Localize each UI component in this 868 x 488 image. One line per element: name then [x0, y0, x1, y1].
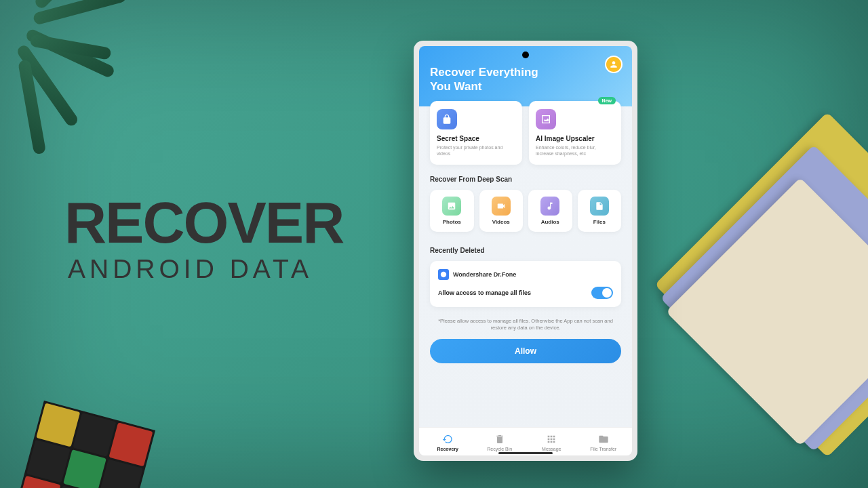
secret-space-card[interactable]: Secret Space Protect your private photos…: [430, 101, 522, 165]
phone-frame: Recover Everything You Want Secret Space…: [414, 41, 637, 461]
plant-decoration: [0, 0, 163, 149]
section-title: Recently Deleted: [430, 247, 621, 254]
photo-icon: [442, 197, 461, 216]
scan-photos[interactable]: Photos: [430, 190, 474, 232]
new-badge: New: [598, 97, 616, 104]
rubiks-cube-decoration: [14, 401, 155, 488]
nav-message[interactable]: Message: [526, 433, 578, 451]
bottom-nav: Recovery Recycle Bin Message File Transf…: [419, 427, 632, 455]
permission-text: Allow access to manage all files: [438, 289, 531, 296]
section-title: Recover From Deep Scan: [430, 176, 621, 183]
phone-screen: Recover Everything You Want Secret Space…: [419, 46, 632, 455]
promo-sub: ANDROID DATA: [68, 254, 343, 284]
home-indicator: [498, 452, 553, 454]
nav-recycle-bin[interactable]: Recycle Bin: [474, 433, 526, 451]
video-icon: [492, 197, 511, 216]
card-desc: Protect your private photos and videos: [437, 144, 515, 157]
ai-upscaler-card[interactable]: New AI Image Upscaler Enhance colors, re…: [529, 101, 621, 165]
user-icon: [609, 60, 618, 69]
notebooks-decoration: [651, 136, 868, 420]
app-icon: [438, 269, 449, 280]
audio-icon: [540, 197, 559, 216]
scan-videos[interactable]: Videos: [479, 190, 524, 232]
promo-text: RECOVER ANDROID DATA: [64, 197, 343, 284]
promo-main: RECOVER: [64, 197, 343, 249]
feature-cards-row: Secret Space Protect your private photos…: [419, 101, 632, 165]
recently-deleted-section: Recently Deleted: [419, 236, 632, 254]
card-title: AI Image Upscaler: [536, 135, 614, 142]
upscale-icon: [536, 109, 556, 129]
scan-audios[interactable]: Audios: [528, 190, 572, 232]
permission-box: Wondershare Dr.Fone Allow access to mana…: [430, 261, 621, 307]
message-icon: [545, 433, 557, 445]
lock-icon: [437, 109, 457, 129]
recycle-icon: [494, 433, 506, 445]
recovery-icon: [441, 433, 454, 445]
scan-files[interactable]: Files: [578, 190, 622, 232]
nav-recovery[interactable]: Recovery: [422, 433, 474, 451]
transfer-icon: [597, 433, 610, 445]
deep-scan-section: Recover From Deep Scan Photos Videos Aud…: [419, 165, 632, 236]
file-icon: [590, 197, 609, 216]
card-title: Secret Space: [437, 135, 515, 142]
header-title: Recover Everything You Want: [430, 65, 621, 94]
card-desc: Enhance colors, reduce blur, increase sh…: [536, 144, 614, 157]
profile-button[interactable]: [605, 56, 623, 73]
permission-toggle[interactable]: [591, 287, 613, 299]
nav-file-transfer[interactable]: File Transfer: [578, 433, 630, 451]
permission-note: *Please allow access to manage all files…: [419, 312, 632, 339]
camera-dot: [522, 52, 529, 58]
allow-button[interactable]: Allow: [430, 339, 621, 363]
app-name: Wondershare Dr.Fone: [453, 271, 516, 278]
